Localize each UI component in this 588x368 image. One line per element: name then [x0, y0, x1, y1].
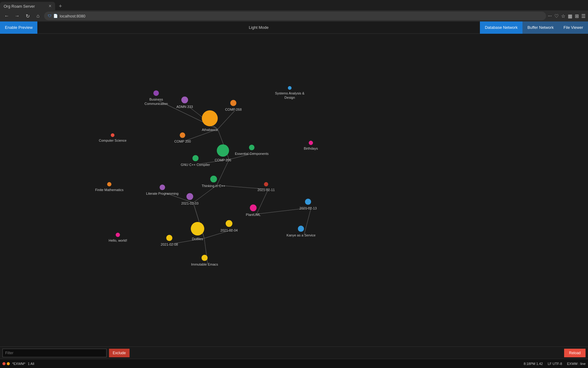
network-edges [0, 34, 588, 347]
address-text: localhost:8080 [60, 14, 85, 18]
node-label-business-comm: Business Communication [145, 97, 168, 106]
node-systems-analysis[interactable]: Systems Analysis & Design [275, 86, 304, 100]
node-2021-02-04[interactable]: 2021-02-04 [221, 220, 238, 232]
node-label-computer-science: Computer Science [99, 138, 127, 143]
node-2021-02-13[interactable]: 2021-02-13 [300, 199, 317, 210]
node-plantUML[interactable]: PlantUML [246, 205, 261, 217]
star-icon[interactable]: ☆ [561, 13, 565, 19]
page-icon: 📄 [53, 14, 58, 18]
forward-button[interactable]: → [13, 12, 21, 20]
node-circle-comp200 [180, 132, 185, 138]
network-canvas: AthabascaCOMP 206DotfilesADMN 233COMP 26… [0, 34, 588, 347]
node-birthdays[interactable]: Birthdays [304, 141, 318, 151]
status-right: 8:18PM 1.42 LF UTF-8 EXWM : line [524, 362, 586, 366]
light-mode-label: Light Mode [37, 25, 480, 30]
node-label-birthdays: Birthdays [304, 146, 318, 151]
node-label-essential-components: Essential Components [235, 151, 269, 156]
node-circle-birthdays [309, 141, 313, 145]
node-circle-2021-02-11 [264, 182, 268, 186]
node-label-2021-02-03: 2021-02-03 [181, 201, 198, 205]
node-circle-systems-analysis [288, 86, 292, 90]
mode-label: EXWM : line [567, 362, 586, 366]
encoding-label: LF UTF-8 [548, 362, 562, 366]
bookmark-icon[interactable]: ♡ [554, 13, 559, 19]
node-circle-thinking-cpp [210, 176, 217, 182]
node-comp206[interactable]: COMP 206 [215, 144, 231, 162]
node-circle-computer-science [111, 133, 115, 137]
reload-button[interactable]: Reload [564, 349, 586, 357]
node-circle-immutable-emacs [202, 255, 208, 261]
node-athabasca[interactable]: Athabasca [202, 110, 218, 132]
toolbar-right: ··· ♡ ☆ ▦ ⊞ ☰ [548, 13, 586, 19]
node-2021-02-11[interactable]: 2021-02-11 [258, 182, 275, 192]
node-comp200[interactable]: COMP 200 [174, 132, 191, 144]
browser-tab[interactable]: Org Roam Server × [0, 2, 55, 10]
node-circle-2021-02-13 [305, 199, 311, 205]
tab-grid-icon[interactable]: ⊞ [575, 13, 579, 19]
tab-buffer-network[interactable]: Buffer Network [522, 21, 559, 34]
workspace-label: *EXWM* [12, 362, 25, 366]
node-circle-essential-components [249, 145, 254, 150]
node-label-2021-02-13: 2021-02-13 [300, 206, 317, 210]
sidebar-icon[interactable]: ▦ [568, 13, 572, 19]
shield-icon: 🛡 [48, 14, 51, 18]
node-label-comp200: COMP 200 [174, 139, 191, 144]
node-label-systems-analysis: Systems Analysis & Design [275, 91, 304, 100]
node-kanye[interactable]: Kanye as a Service [287, 226, 316, 237]
node-thinking-cpp[interactable]: Thinking in C++ [202, 176, 225, 188]
filter-bar: Exclude Reload [0, 347, 588, 359]
node-label-2021-02-11: 2021-02-11 [258, 188, 275, 192]
refresh-button[interactable]: ↻ [23, 12, 32, 20]
node-2021-02-03[interactable]: 2021-02-03 [181, 193, 198, 205]
time-label: 8:18PM 1.42 [524, 362, 543, 366]
node-computer-science[interactable]: Computer Science [99, 133, 127, 143]
node-immutable-emacs[interactable]: Immutable Emacs [191, 255, 218, 266]
hamburger-icon[interactable]: ☰ [581, 13, 586, 19]
tab-title: Org Roam Server [4, 4, 46, 9]
address-bar[interactable]: 🛡 📄 localhost:8080 [44, 12, 546, 20]
node-circle-2021-02-08 [166, 235, 172, 241]
node-circle-plantUML [250, 205, 257, 211]
node-admn233[interactable]: ADMN 233 [176, 97, 193, 109]
node-circle-comp268 [230, 100, 236, 106]
node-finite-math[interactable]: Finite Mathematics [95, 182, 123, 192]
status-bar: *EXWM* 1 All 8:18PM 1.42 LF UTF-8 EXWM :… [0, 359, 588, 368]
node-label-kanye: Kanye as a Service [287, 233, 316, 237]
node-hello-world[interactable]: Hello, world! [109, 233, 127, 243]
node-literate-prog[interactable]: Literate Programming [146, 185, 179, 196]
exclude-button[interactable]: Exclude [109, 349, 130, 357]
node-label-finite-math: Finite Mathematics [95, 188, 123, 192]
new-tab-button[interactable]: + [56, 3, 65, 10]
tab-file-viewer[interactable]: File Viewer [559, 21, 588, 34]
node-essential-components[interactable]: Essential Components [235, 145, 269, 156]
node-business-comm[interactable]: Business Communication [145, 90, 168, 106]
home-button[interactable]: ⌂ [34, 12, 42, 20]
nav-tabs: Database Network Buffer Network File Vie… [480, 21, 588, 34]
node-circle-hello-world [116, 233, 120, 237]
node-circle-2021-02-03 [187, 193, 193, 200]
node-label-dotfiles: Dotfiles [192, 237, 203, 241]
filter-input[interactable] [2, 349, 107, 357]
enable-preview-button[interactable]: Enable Preview [0, 21, 37, 34]
dot-yellow [7, 362, 10, 365]
node-gnu-cpp[interactable]: GNU C++ Compiler [181, 155, 210, 167]
node-label-athabasca: Athabasca [202, 128, 218, 132]
node-circle-gnu-cpp [192, 155, 198, 161]
node-circle-comp206 [217, 144, 229, 157]
node-dotfiles[interactable]: Dotfiles [191, 222, 204, 241]
node-comp268[interactable]: COMP 268 [225, 100, 242, 112]
node-label-admn233: ADMN 233 [176, 105, 193, 109]
node-2021-02-08[interactable]: 2021-02-08 [161, 235, 178, 247]
node-circle-dotfiles [191, 222, 204, 236]
node-label-hello-world: Hello, world! [109, 238, 127, 243]
tab-database-network[interactable]: Database Network [480, 21, 522, 34]
close-icon[interactable]: × [49, 3, 51, 9]
app-bar: Enable Preview Light Mode Database Netwo… [0, 21, 588, 34]
node-circle-finite-math [107, 182, 111, 186]
menu-dots-icon[interactable]: ··· [548, 13, 552, 19]
back-button[interactable]: ← [2, 12, 11, 20]
dot-red [2, 362, 6, 365]
node-circle-athabasca [202, 110, 218, 126]
node-circle-2021-02-04 [226, 220, 232, 227]
node-circle-literate-prog [160, 185, 165, 190]
